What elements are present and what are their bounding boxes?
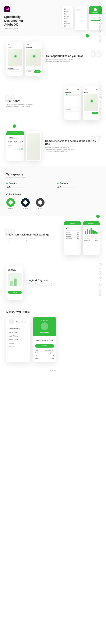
hero-title: Specifically Designed For Adobe XD [4,15,30,27]
menu-item-settings[interactable]: Settings [9,342,27,345]
map-phone-4: 9:41●●● $154.75 CLOSE DONE [83,86,100,120]
login-section: Hello, we're Pure Lab Get a new experien… [0,260,106,305]
hero-mockups: Select container Onboarding Pin / unpin … [33,6,102,30]
menu-drawer: Azar Nemanli Payment History Ride Histor… [6,317,30,362]
typography-title: Typography. [6,172,100,176]
menu-item-promo-codes[interactable]: Promo Codes [9,338,27,342]
dropdown-item: Select container [63,7,72,9]
menu-item-invite-friends[interactable]: Invite Friends [9,334,27,338]
menu-item-payment-history[interactable]: Payment History [9,327,27,330]
color-scheme-title: Color Scheme. [6,193,100,196]
color-swatch-grey: #424242 [36,198,45,209]
signup-button[interactable]: SIGN UP [8,291,22,294]
adobe-xd-badge: Xd [4,6,10,12]
menu-item-support[interactable]: Support [9,345,27,349]
footer-link[interactable]: gfxtra.com [0,368,106,373]
menu-profile-section: Menu/Driver Profile Azar Nemanli Payment… [0,305,106,368]
section-05: 9:41●●● $154.75 Arizona LLC Western Gray… [0,36,106,81]
close-button[interactable]: CLOSE [84,112,91,114]
typography-section: Typography. Elements of style selected f… [0,166,106,216]
trip-map-phone [26,131,41,161]
map-phone-2: 9:41●●● $154.75 ● — ● CANCEL ACCEPT [25,42,42,76]
accent-dot [86,34,89,38]
earnings-bar-chart [85,228,98,234]
earnings-phone-2: EARNINGS MTWTFSS John Payall$12.20 Keish [83,221,100,255]
accent-dot [96,214,100,218]
map-pin-icon [13,54,18,58]
menu-item-ride-history[interactable]: Ride History [9,330,27,334]
avatar [41,322,48,330]
font-poppins: Poppins AaABCDEFGHIJKLMNOPQRSTUVWXYZ abc… [6,182,49,189]
watermark: Posted by dimson [98,8,103,42]
book-trip-button[interactable]: BOOK TRIP [35,344,54,348]
map-phone-1: 9:41●●● $154.75 Arizona LLC Western Gray… [6,42,23,76]
color-swatch-navy: #102030 [21,198,30,209]
cancel-button[interactable]: CANCEL [26,70,34,73]
earnings-phone-1: EARNINGS Cash Paid $4.75 John Payall$12.… [64,221,81,255]
section-body: Tap opportunities on your map to find mo… [46,59,76,63]
login-phone: Hello, we're Pure Lab Get a new experien… [6,266,23,300]
trip-details-card: RIDE FOR TODAY Arizona LLC Western Grays… [6,131,24,161]
avatar [9,319,14,324]
dropdown-mockup: Select container Onboarding Pin / unpin … [62,6,73,28]
city-illustration [8,273,22,286]
section-07: RIDE FOR TODAY Arizona LLC Western Grays… [0,126,106,166]
watermark: Posted by dimson [98,85,103,119]
hero-subtitle: (Not a Sketch import) [4,28,30,29]
font-gotham: Gotham AaABCDEFGHIJKLMNOPQRSTUVWXYZ abcd… [57,182,100,189]
done-button[interactable]: DONE [92,112,99,114]
signin-button[interactable]: SIGN IN [8,294,22,298]
section-08: EARNINGS Cash Paid $4.75 John Payall$12.… [0,216,106,260]
color-swatch-green: #34BD3F [6,198,15,209]
tag-icon [15,148,16,150]
welcome-mockup [75,6,87,30]
profile-card: MY ACCOUNT Azar Nemanli 1504Trips $1325.… [33,317,56,362]
accept-button[interactable]: ACCEPT [34,70,41,73]
section-06: 9:41●●● $154.75 Arizona LLC 9:41●●● $154… [0,81,106,126]
map-phone-3: 9:41●●● $154.75 Arizona LLC [64,86,81,120]
hero-section: Xd Specifically Designed For Adobe XD (N… [0,0,106,36]
section-number: 05 [91,48,102,60]
